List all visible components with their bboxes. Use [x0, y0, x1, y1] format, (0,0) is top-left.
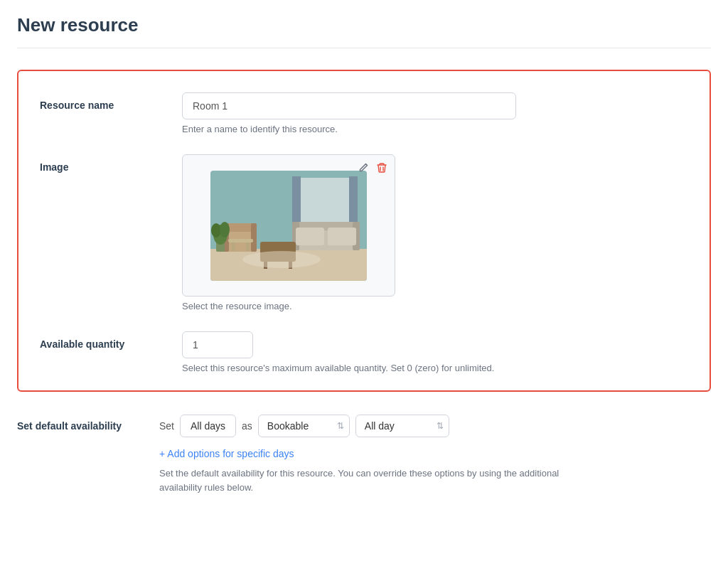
image-row: Image	[40, 154, 688, 311]
svg-point-24	[220, 222, 230, 237]
resource-name-row: Resource name Enter a name to identify t…	[40, 92, 688, 134]
quantity-row: Available quantity Select this resource'…	[40, 331, 688, 373]
availability-controls: Set All days as Bookable Not Bookable Al…	[159, 415, 711, 494]
resource-name-hint: Enter a name to identify this resource.	[182, 124, 688, 134]
quantity-label: Available quantity	[40, 331, 182, 350]
resource-name-input[interactable]	[182, 92, 516, 119]
availability-hint: Set the default availability for this re…	[159, 466, 600, 494]
availability-row: Set All days as Bookable Not Bookable Al…	[159, 415, 711, 437]
svg-point-25	[242, 251, 321, 268]
svg-rect-10	[328, 228, 356, 245]
svg-rect-9	[296, 228, 324, 245]
svg-rect-17	[251, 223, 257, 252]
bookable-select[interactable]: Bookable Not Bookable	[258, 415, 350, 437]
svg-rect-18	[228, 239, 253, 242]
resource-name-field: Enter a name to identify this resource.	[182, 92, 688, 134]
bookable-select-wrapper: Bookable Not Bookable	[258, 415, 350, 437]
image-hint: Select the resource image.	[182, 301, 688, 311]
image-container	[182, 154, 395, 297]
svg-point-23	[211, 223, 221, 237]
availability-section: Set default availability Set All days as…	[17, 415, 711, 494]
resource-form-section: Resource name Enter a name to identify t…	[17, 70, 711, 392]
page-title: New resource	[17, 14, 711, 36]
set-text: Set	[159, 420, 174, 432]
as-text: as	[242, 420, 252, 432]
resource-name-label: Resource name	[40, 92, 182, 111]
image-field: Select the resource image.	[182, 154, 688, 311]
time-select[interactable]: All day Custom hours	[355, 415, 449, 437]
image-actions	[356, 161, 389, 177]
image-label: Image	[40, 154, 182, 173]
edit-image-button[interactable]	[356, 161, 370, 177]
add-options-link[interactable]: + Add options for specific days	[159, 448, 294, 459]
quantity-input[interactable]	[182, 331, 253, 358]
time-select-wrapper: All day Custom hours	[355, 415, 449, 437]
availability-label: Set default availability	[17, 415, 159, 432]
quantity-hint: Select this resource's maximum available…	[182, 363, 688, 373]
page-header: New resource	[17, 0, 711, 48]
svg-rect-19	[232, 242, 235, 251]
quantity-field: Select this resource's maximum available…	[182, 331, 688, 373]
all-days-pill: All days	[180, 415, 236, 437]
delete-image-button[interactable]	[375, 161, 389, 177]
room-image	[210, 171, 367, 281]
svg-rect-20	[246, 242, 250, 251]
